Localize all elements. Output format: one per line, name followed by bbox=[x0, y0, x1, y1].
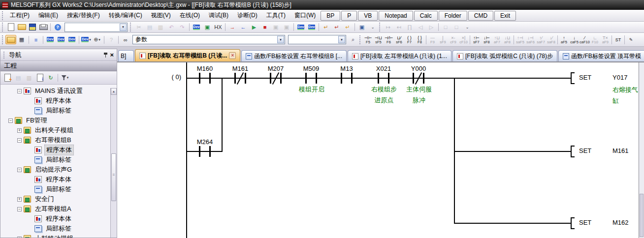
redo-icon[interactable]: ↷ bbox=[177, 23, 188, 32]
document-tab[interactable]: 函数/FB标签设置 顶耳带模 × bbox=[558, 50, 644, 61]
forced-output-icon[interactable]: ↤ bbox=[393, 23, 404, 32]
tree-item[interactable]: 程序本体 bbox=[0, 214, 117, 224]
device-list-icon[interactable]: Dev bbox=[56, 35, 66, 44]
edit-fb-instance[interactable]: ✎ bbox=[626, 33, 636, 46]
pulse-test-icon[interactable]: ∏ bbox=[404, 23, 415, 32]
tree-item[interactable]: 局部标签 bbox=[0, 224, 117, 234]
menu-item[interactable]: 转换/编译(C) bbox=[104, 10, 147, 20]
separator[interactable] bbox=[43, 36, 43, 44]
program-part-combo[interactable]: 参数▼ bbox=[132, 35, 285, 44]
ladder-open-contact[interactable]: ⊣⊢F5 bbox=[363, 33, 373, 46]
document-tab[interactable]: 函数/FB标签设置 右耳带模组B [... × bbox=[241, 50, 347, 61]
separator[interactable] bbox=[50, 23, 51, 31]
forced-input-icon[interactable]: ↦ bbox=[383, 23, 393, 32]
ladder-scrollbar[interactable] bbox=[639, 62, 644, 238]
open-file-icon[interactable] bbox=[16, 23, 27, 32]
project-section-bar[interactable]: 工程 bbox=[0, 61, 117, 71]
ladder-falling-pulse[interactable]: ↓⊢sF8 bbox=[482, 33, 492, 46]
tree-expand-icon[interactable] bbox=[17, 197, 22, 202]
help-icon[interactable] bbox=[52, 23, 63, 32]
hex-monitor-icon[interactable]: HX bbox=[213, 23, 224, 32]
panel-grip[interactable] bbox=[3, 52, 5, 59]
separator[interactable] bbox=[514, 35, 514, 44]
document-tab[interactable]: [FB]读取 左耳带模组A (只读) (1... × bbox=[348, 50, 451, 61]
tree-item[interactable]: 左耳带模组A bbox=[0, 204, 117, 214]
write-to-plc-icon[interactable]: → bbox=[227, 23, 238, 32]
program-list-icon[interactable]: ≡ bbox=[31, 35, 41, 44]
document-tab[interactable]: B] × bbox=[118, 50, 134, 61]
tree-expand-icon[interactable] bbox=[8, 119, 13, 123]
separator[interactable] bbox=[354, 23, 355, 31]
separator[interactable] bbox=[426, 35, 426, 44]
ladder-rising-pulse-close-branch[interactable]: ↑∕saF7 bbox=[536, 33, 546, 46]
help-icon[interactable]: ? bbox=[106, 35, 117, 44]
window-combo[interactable]: ▼ bbox=[288, 35, 346, 44]
tree-expand-icon[interactable] bbox=[17, 168, 22, 172]
inline-st-box[interactable]: ST bbox=[613, 33, 623, 46]
ladder-falling-op[interactable]: ↓caF5 bbox=[569, 33, 580, 46]
trace-forward-icon[interactable]: ▷ bbox=[426, 23, 437, 32]
menu-item[interactable]: 编辑(E) bbox=[34, 10, 63, 20]
menu-item[interactable]: 调试(B) bbox=[204, 10, 233, 20]
separator[interactable] bbox=[225, 23, 225, 31]
monitor-pause-icon[interactable]: ▣ bbox=[270, 23, 281, 32]
launcher-button[interactable]: Calc bbox=[414, 11, 438, 21]
separator[interactable] bbox=[438, 23, 439, 31]
toolbar-grip[interactable] bbox=[2, 23, 3, 31]
watch-window-icon[interactable]: □ bbox=[440, 23, 451, 32]
note-jump-icon[interactable]: ↵ bbox=[342, 23, 353, 32]
tree-item[interactable]: 程序本体 bbox=[0, 96, 117, 106]
undo-icon[interactable]: ↶ bbox=[166, 23, 177, 32]
scrollbar-thumb[interactable] bbox=[640, 194, 644, 237]
ladder-rising-pulse-branch[interactable]: ↑⊔aF7 bbox=[492, 33, 502, 46]
toolbar-overflow-icon[interactable]: ⌄ bbox=[367, 23, 378, 32]
navigation-window-toggle-icon[interactable] bbox=[5, 35, 16, 44]
ladder-horizontal-line[interactable]: —F9 bbox=[427, 33, 438, 46]
separator[interactable] bbox=[79, 36, 79, 44]
monitor-terminal-icon[interactable]: ▣ bbox=[202, 23, 213, 32]
paste-object-icon[interactable]: ▥ bbox=[24, 73, 34, 83]
separator[interactable] bbox=[58, 74, 58, 82]
print-icon[interactable] bbox=[38, 23, 49, 32]
save-icon[interactable] bbox=[27, 23, 38, 32]
ladder-rising-pulse[interactable]: ↑⊢sF7 bbox=[471, 33, 482, 46]
find-in-page-icon[interactable]: ⌕ bbox=[348, 35, 358, 44]
ladder-delete-vline[interactable]: ×|cF10 bbox=[458, 33, 469, 46]
ladder-vertical-line[interactable]: |sF9 bbox=[438, 33, 448, 46]
watch-window-2-icon[interactable]: □ bbox=[451, 23, 462, 32]
read-from-plc-icon[interactable]: ← bbox=[238, 23, 249, 32]
separator[interactable] bbox=[118, 36, 119, 44]
separator[interactable] bbox=[293, 23, 294, 31]
ladder-canvas[interactable]: ( 0) M160 M161 M207 bbox=[117, 61, 644, 238]
ladder-open-branch[interactable]: ⊣⊔sF5 bbox=[373, 33, 384, 46]
tree-item[interactable]: 启动提示声G bbox=[0, 165, 117, 175]
tree-expand-icon[interactable] bbox=[17, 128, 22, 133]
tree-item[interactable]: 出料夹子模组 bbox=[0, 125, 117, 135]
toolbar-overflow-icon[interactable]: ⌄ bbox=[462, 23, 473, 32]
statement-jump-icon[interactable]: ↵ bbox=[331, 23, 342, 32]
menu-item[interactable]: 在线(O) bbox=[175, 10, 204, 20]
launcher-button[interactable]: VB bbox=[358, 11, 378, 21]
tree-scrollbar[interactable]: ▲ bbox=[110, 88, 117, 238]
ladder-application-instruction[interactable]: { }F8 bbox=[415, 33, 425, 46]
pin-icon[interactable] bbox=[103, 52, 108, 58]
tree-item[interactable]: 安全门 bbox=[0, 194, 117, 204]
sort-filter-icon[interactable] bbox=[60, 73, 70, 83]
tree-item[interactable]: MAINS 通讯设置 bbox=[0, 86, 117, 96]
screen-setting-icon[interactable]: ▣ bbox=[356, 23, 367, 32]
toolbar-grip[interactable] bbox=[130, 23, 131, 31]
ladder-rising-pulse-close[interactable]: ↑⊣saF5 bbox=[515, 33, 525, 46]
launcher-button[interactable]: Notepad bbox=[379, 11, 413, 21]
combo-arrow-icon[interactable]: ▼ bbox=[277, 36, 284, 43]
scroll-up-icon[interactable]: ▲ bbox=[111, 88, 117, 95]
tree-expand-icon[interactable] bbox=[17, 89, 22, 93]
menu-item[interactable]: 工具(T) bbox=[262, 10, 290, 20]
ladder-closed-branch[interactable]: ⊔∕sF6 bbox=[394, 33, 404, 46]
combo-arrow-icon[interactable]: ▼ bbox=[338, 36, 345, 43]
ladder-line-l[interactable]: ∟F10 bbox=[590, 33, 600, 46]
monitor-watch-icon[interactable]: ▣ bbox=[281, 23, 292, 32]
tree-item[interactable]: 局部标签 bbox=[0, 155, 117, 165]
tree-item[interactable]: 上料移动模组 bbox=[0, 234, 117, 238]
launcher-button[interactable]: CMD bbox=[468, 11, 493, 21]
property-icon[interactable] bbox=[34, 73, 45, 83]
